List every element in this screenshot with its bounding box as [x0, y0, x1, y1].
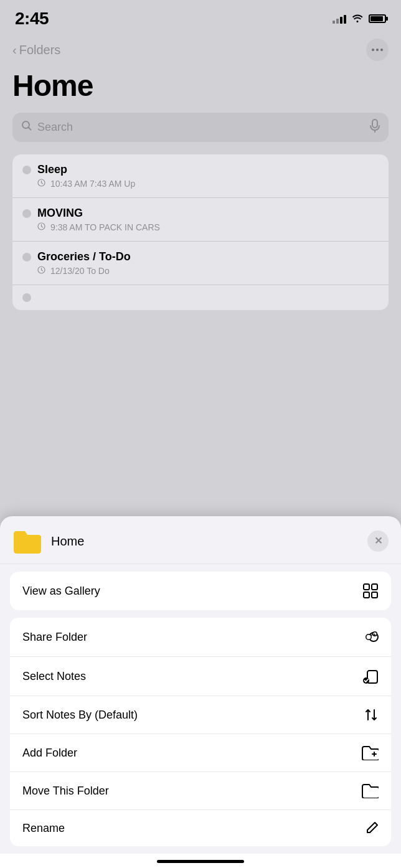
add-folder-label: Add Folder — [22, 747, 77, 760]
page-title: Home — [12, 64, 389, 113]
note-indicator — [22, 166, 31, 174]
sheet-header: Home ✕ — [0, 516, 401, 564]
nav-bar: ‹ Folders — [12, 34, 389, 64]
bottom-sheet: Home ✕ View as Gallery Share Folder — [0, 516, 401, 868]
chevron-left-icon: ‹ — [12, 43, 17, 57]
sort-notes-label: Sort Notes By (Default) — [22, 709, 138, 722]
search-icon — [21, 120, 32, 134]
svg-point-12 — [367, 635, 371, 639]
search-placeholder: Search — [37, 121, 365, 134]
share-folder-button[interactable]: Share Folder + — [10, 618, 391, 657]
svg-point-17 — [363, 677, 369, 684]
status-icons — [333, 12, 386, 25]
svg-text:+: + — [373, 632, 376, 638]
note-indicator — [22, 253, 31, 262]
ellipsis-icon — [372, 49, 383, 51]
sheet-folder-info: Home — [12, 529, 84, 554]
sheet-folder-name: Home — [51, 534, 84, 549]
search-bar[interactable]: Search — [12, 113, 389, 142]
back-button[interactable]: ‹ Folders — [12, 43, 60, 57]
svg-rect-6 — [372, 584, 377, 590]
menu-section-actions: Share Folder + Select Notes — [10, 618, 391, 846]
status-bar: 2:45 — [0, 0, 401, 34]
battery-icon — [369, 14, 386, 23]
gallery-icon — [362, 583, 379, 599]
svg-rect-5 — [364, 584, 369, 590]
clock-icon — [37, 179, 45, 189]
back-label: Folders — [19, 43, 61, 57]
rename-icon — [365, 821, 379, 835]
note-title: MOVING — [37, 207, 83, 220]
view-gallery-button[interactable]: View as Gallery — [10, 572, 391, 610]
home-bar — [157, 860, 244, 863]
menu-section-gallery: View as Gallery — [10, 572, 391, 610]
svg-rect-1 — [372, 120, 377, 128]
select-notes-label: Select Notes — [22, 670, 86, 683]
move-folder-button[interactable]: Move This Folder — [10, 772, 391, 810]
signal-icon — [333, 14, 346, 24]
add-folder-icon — [361, 745, 379, 760]
notes-list: Sleep 10:43 AM 7:43 AM Up MOVING — [12, 154, 389, 310]
note-item-sleep[interactable]: Sleep 10:43 AM 7:43 AM Up — [12, 154, 389, 198]
note-item-partial — [12, 285, 389, 310]
move-folder-label: Move This Folder — [22, 785, 109, 798]
clock-icon — [37, 266, 45, 276]
sort-icon — [364, 707, 379, 722]
note-item-groceries[interactable]: Groceries / To-Do 12/13/20 To Do — [12, 242, 389, 285]
note-title: Groceries / To-Do — [37, 250, 131, 263]
add-folder-button[interactable]: Add Folder — [10, 734, 391, 772]
folder-icon — [12, 529, 42, 554]
note-indicator — [22, 293, 31, 302]
status-time: 2:45 — [15, 9, 49, 29]
more-options-button[interactable] — [366, 39, 389, 61]
sheet-close-button[interactable]: ✕ — [367, 531, 389, 552]
select-notes-icon — [362, 668, 379, 684]
view-gallery-label: View as Gallery — [22, 585, 100, 598]
note-meta-text: 10:43 AM 7:43 AM Up — [50, 179, 135, 189]
wifi-icon — [351, 12, 364, 25]
note-indicator — [22, 209, 31, 218]
close-icon: ✕ — [374, 536, 382, 546]
home-indicator — [0, 854, 401, 868]
sort-notes-button[interactable]: Sort Notes By (Default) — [10, 696, 391, 734]
svg-rect-7 — [364, 592, 369, 598]
share-folder-icon: + — [362, 629, 379, 645]
clock-icon — [37, 222, 45, 232]
rename-button[interactable]: Rename — [10, 810, 391, 846]
main-content: ‹ Folders Home Search — [0, 34, 401, 310]
select-notes-button[interactable]: Select Notes — [10, 657, 391, 696]
share-folder-label: Share Folder — [22, 631, 87, 644]
note-title: Sleep — [37, 163, 67, 176]
rename-label: Rename — [22, 822, 65, 835]
note-meta-text: 9:38 AM TO PACK IN CARS — [50, 222, 160, 232]
move-folder-icon — [361, 783, 379, 798]
microphone-icon[interactable] — [370, 119, 380, 136]
note-meta-text: 12/13/20 To Do — [50, 266, 110, 276]
svg-rect-8 — [372, 592, 377, 598]
note-item-moving[interactable]: MOVING 9:38 AM TO PACK IN CARS — [12, 198, 389, 242]
